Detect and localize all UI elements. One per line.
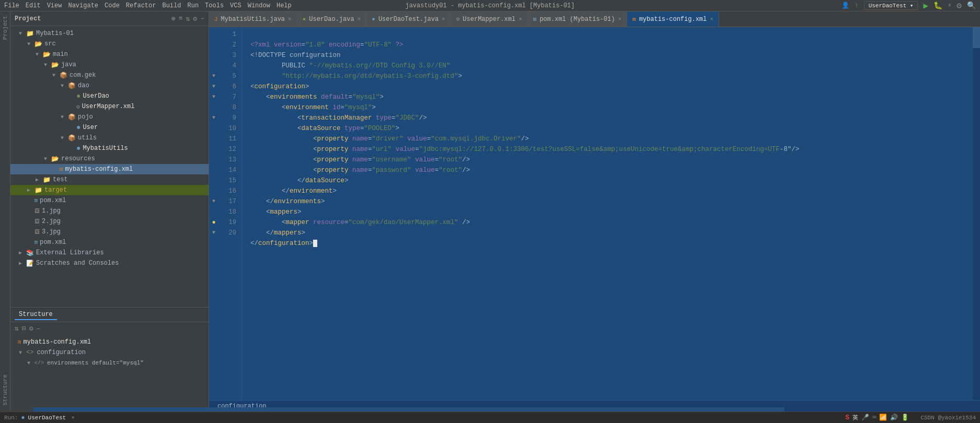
tree-item-test[interactable]: ▶ 📁 test — [10, 174, 209, 185]
collapse-icon[interactable]: ≡ — [179, 15, 183, 23]
tree-item-pom-root[interactable]: m pom.xml — [10, 237, 209, 248]
tree-item-userdao[interactable]: ● UserDao — [10, 91, 209, 101]
run-btn[interactable]: ▶ — [923, 1, 928, 11]
run-target-icon: ● — [21, 414, 25, 421]
tree-item-main[interactable]: ▼ 📂 main — [10, 49, 209, 60]
tab-mybatisutils[interactable]: J MybatisUtils.java × — [209, 11, 297, 27]
structure-vertical-tab[interactable]: Structure — [1, 370, 9, 409]
tab-userdao[interactable]: ● UserDao.java × — [297, 11, 367, 27]
close-sidebar-icon[interactable]: – — [200, 15, 204, 23]
tree-item-resources[interactable]: ▼ 📂 resources — [10, 154, 209, 164]
struct-item-configuration[interactable]: ▼ <> configuration — [10, 347, 209, 358]
mic-icon[interactable]: 🎤 — [861, 414, 869, 421]
tree-item-user[interactable]: ● User — [10, 122, 209, 133]
xml-icon-usermapper: ⚙ — [456, 16, 460, 22]
close-tab-usermapper[interactable]: × — [518, 16, 522, 22]
tree-item-mybatisutils[interactable]: ● MybatisUtils — [10, 143, 209, 154]
tab-usermapper[interactable]: ⚙ UserMapper.xml × — [451, 11, 528, 27]
structure-tabs: Structure — [10, 308, 209, 322]
pom-icon: m — [533, 16, 537, 22]
sort-icon[interactable]: ⇅ — [186, 15, 190, 23]
java-icon-userdao: ● — [303, 16, 306, 22]
struct-close-icon[interactable]: – — [36, 325, 40, 333]
struct-item-environments[interactable]: ▼ </> environments default="mysql" — [10, 358, 209, 368]
project-vertical-tab[interactable]: Project — [1, 11, 9, 44]
tree-item-1jpg[interactable]: 🖼 1.jpg — [10, 206, 209, 216]
tree-item-pom-module[interactable]: m pom.xml — [10, 195, 209, 206]
tree-item-2jpg[interactable]: 🖼 2.jpg — [10, 216, 209, 227]
project-tree: ▼ 📁 Mybatis-01 ▼ 📂 src ▼ 📂 main — [10, 26, 209, 307]
tree-item-mybatis-config[interactable]: m mybatis-config.xml — [10, 164, 209, 174]
search-btn[interactable]: 🔍 — [967, 1, 976, 10]
locate-icon[interactable]: ⊕ — [171, 15, 176, 23]
tab-mybatis-config[interactable]: m mybatis-config.xml × — [627, 11, 719, 27]
fold-gutter: ▼ ▼ ▼ ▼ ▼ ● ▼ — [209, 27, 218, 400]
menu-item-view[interactable]: View — [47, 2, 62, 9]
tab-bar: J MybatisUtils.java × ● UserDao.java × ●… — [209, 11, 980, 27]
tree-item-com-gek[interactable]: ▼ 📦 com.gek — [10, 70, 209, 80]
tab-userdaotest[interactable]: ● UserDaoTest.java × — [366, 11, 451, 27]
tree-item-utils[interactable]: ▼ 📦 utils — [10, 133, 209, 143]
java-icon-userdaotest: ● — [372, 16, 375, 22]
close-tab-userdaotest[interactable]: × — [442, 16, 445, 22]
menu-item-navigate[interactable]: Navigate — [68, 2, 98, 9]
line-numbers: 12345 678910 1112131415 1617181920 — [218, 27, 242, 400]
code-editor[interactable]: <?xml version="1.0" encoding="UTF-8" ?> … — [242, 27, 973, 400]
structure-toolbar: ⇅ ⊟ ⚙ – — [10, 322, 209, 335]
tree-item-target[interactable]: ▶ 📁 target — [10, 185, 209, 195]
close-tab-pom[interactable]: × — [618, 16, 621, 22]
csdn-credit: CSDN @yaoxie1534 — [920, 415, 976, 421]
menu-item-vcs[interactable]: VCS — [230, 2, 241, 9]
tree-item-scratches[interactable]: ▶ 📝 Scratches and Consoles — [10, 258, 209, 268]
debug-btn[interactable]: 🐛 — [933, 1, 942, 10]
menu-item-edit[interactable]: Edit — [26, 2, 41, 9]
struct-settings-icon[interactable]: ⚙ — [29, 324, 33, 333]
tab-pom[interactable]: m pom.xml (Mybatis-01) × — [528, 11, 627, 27]
menu-bar: File Edit View Navigate Code Refactor Bu… — [0, 0, 980, 11]
battery-icon[interactable]: 🔋 — [901, 414, 909, 421]
close-run-icon[interactable]: × — [71, 415, 75, 421]
menu-item-code[interactable]: Code — [105, 2, 120, 9]
settings-btn[interactable]: ⚙ — [956, 1, 962, 11]
sort-methods-icon[interactable]: ⇅ — [15, 324, 19, 333]
coverage-btn[interactable]: ⚡ — [948, 2, 951, 9]
menu-item-run[interactable]: Run — [187, 2, 199, 9]
project-header: Project ⊕ ≡ ⇅ ⚙ – — [10, 11, 209, 26]
tree-item-java[interactable]: ▼ 📂 java — [10, 60, 209, 70]
tree-item-usermapper[interactable]: ⚙ UserMapper.xml — [10, 101, 209, 112]
run-config-dropdown[interactable]: UserDaoTest ▾ — [864, 1, 918, 10]
user-icon[interactable]: 👤 — [841, 2, 849, 9]
wifi-icon[interactable]: 📶 — [879, 414, 887, 421]
menu-item-file[interactable]: File — [4, 2, 19, 9]
keyboard-icon[interactable]: ⌨ — [872, 414, 876, 421]
sougou-icon[interactable]: S — [845, 414, 849, 421]
editor-scrollbar[interactable] — [973, 27, 980, 400]
close-tab-mybatis-config[interactable]: × — [710, 16, 713, 22]
menu-item-refactor[interactable]: Refactor — [126, 2, 156, 9]
struct-item-file[interactable]: m mybatis-config.xml — [10, 337, 209, 347]
close-tab-mybatisutils[interactable]: × — [288, 16, 292, 22]
java-icon-mybatisutils: J — [214, 16, 218, 22]
tree-item-3jpg[interactable]: 🖼 3.jpg — [10, 227, 209, 237]
menu-item-build[interactable]: Build — [162, 2, 181, 9]
menu-item-help[interactable]: Help — [276, 2, 292, 9]
git-update-icon[interactable]: ↑ — [855, 2, 858, 9]
structure-tab[interactable]: Structure — [15, 310, 57, 320]
close-tab-userdao[interactable]: × — [358, 16, 361, 22]
sound-icon[interactable]: 🔊 — [890, 414, 898, 421]
xml-icon-mybatis-config: m — [632, 16, 636, 22]
menu-item-window[interactable]: Window — [248, 2, 270, 9]
menu-item-tools[interactable]: Tools — [205, 2, 224, 9]
structure-panel: Structure ⇅ ⊟ ⚙ – m mybatis-config.xml — [10, 307, 209, 412]
tree-item-external-libs[interactable]: ▶ 📚 External Libraries — [10, 248, 209, 258]
run-target-label: UserDaoTest — [28, 415, 66, 421]
tree-item-mybatis01[interactable]: ▼ 📁 Mybatis-01 — [10, 28, 209, 39]
lang-indicator[interactable]: 英 — [852, 414, 858, 421]
tree-item-src[interactable]: ▼ 📂 src — [10, 39, 209, 49]
settings-gear-icon[interactable]: ⚙ — [193, 15, 197, 23]
tree-item-dao[interactable]: ▼ 📦 dao — [10, 80, 209, 91]
filter-icon[interactable]: ⊟ — [22, 324, 26, 333]
tree-item-pojo[interactable]: ▼ 📦 pojo — [10, 112, 209, 122]
sidebar: Project ⊕ ≡ ⇅ ⚙ – ▼ 📁 Mybatis-01 — [10, 11, 209, 412]
editor-breadcrumb-bar: configuration — [209, 400, 980, 412]
